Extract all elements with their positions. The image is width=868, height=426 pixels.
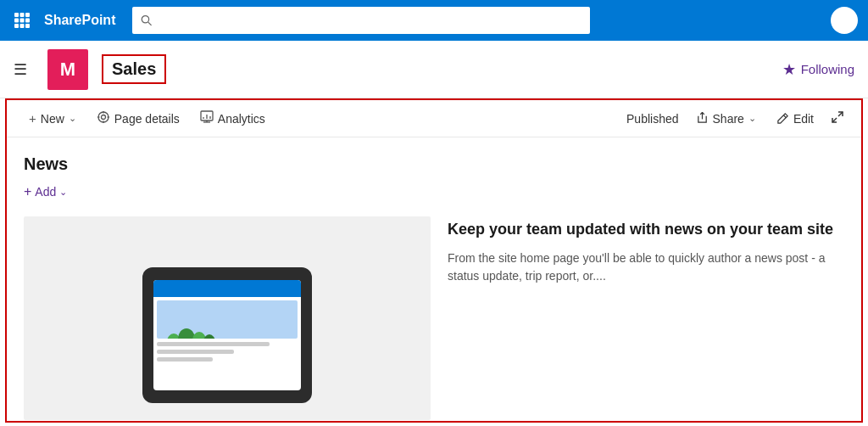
grass-illustration xyxy=(165,325,216,339)
svg-rect-3 xyxy=(14,19,19,23)
svg-line-10 xyxy=(148,22,152,25)
published-status: Published xyxy=(626,112,679,126)
toolbar-left: + New ⌄ Page details xyxy=(20,105,626,132)
page-details-label: Page details xyxy=(114,112,180,126)
svg-rect-4 xyxy=(20,19,25,23)
svg-rect-5 xyxy=(25,19,30,23)
screen-line-2 xyxy=(157,350,234,354)
add-button[interactable]: + Add ⌄ xyxy=(24,181,844,203)
search-bar[interactable] xyxy=(132,7,590,34)
expand-button[interactable] xyxy=(827,107,848,131)
news-card-title: Keep your team updated with news on your… xyxy=(448,220,844,239)
plus-icon: + xyxy=(29,111,36,126)
page-details-button[interactable]: Page details xyxy=(88,105,188,132)
top-navigation: SharePoint xyxy=(0,0,868,41)
tablet-illustration xyxy=(117,250,337,420)
search-icon xyxy=(141,14,152,26)
site-logo: M xyxy=(47,49,88,90)
analytics-button[interactable]: Analytics xyxy=(192,105,274,132)
screen-image-block xyxy=(157,300,298,339)
content-area: + New ⌄ Page details xyxy=(5,98,863,423)
svg-point-28 xyxy=(178,328,195,339)
news-card-description: From the site home page you'll be able t… xyxy=(448,249,844,285)
svg-rect-2 xyxy=(25,13,30,17)
star-icon: ★ xyxy=(782,60,796,79)
tablet-screen-header xyxy=(153,280,301,297)
following-button[interactable]: ★ Following xyxy=(782,60,854,79)
share-button[interactable]: Share ⌄ xyxy=(689,109,763,129)
search-input[interactable] xyxy=(159,14,582,27)
edit-label: Edit xyxy=(793,112,814,126)
page-details-icon xyxy=(97,110,110,126)
news-image-card xyxy=(24,216,431,420)
app-launcher-icon[interactable] xyxy=(10,8,34,32)
news-cards-row: Keep your team updated with news on your… xyxy=(24,216,844,420)
svg-rect-7 xyxy=(20,24,25,28)
screen-line-3 xyxy=(157,357,213,362)
app-name: SharePoint xyxy=(44,13,115,28)
tablet-body xyxy=(142,267,312,403)
analytics-label: Analytics xyxy=(218,112,265,126)
new-label: New xyxy=(41,112,64,126)
svg-rect-8 xyxy=(25,24,30,28)
new-chevron-icon: ⌄ xyxy=(69,113,76,124)
screen-line-1 xyxy=(157,342,270,346)
page-toolbar: + New ⌄ Page details xyxy=(7,100,861,137)
edit-button[interactable]: Edit xyxy=(770,109,821,129)
svg-rect-0 xyxy=(14,13,19,17)
add-chevron-icon: ⌄ xyxy=(59,187,67,198)
user-avatar[interactable] xyxy=(831,7,858,34)
add-plus-icon: + xyxy=(24,184,31,199)
share-chevron-icon: ⌄ xyxy=(748,113,756,124)
edit-icon xyxy=(776,112,789,125)
tablet-screen-body xyxy=(153,297,301,390)
expand-icon xyxy=(831,110,844,124)
toolbar-right: Published Share ⌄ Edit xyxy=(626,107,848,131)
svg-point-11 xyxy=(98,112,108,122)
svg-rect-6 xyxy=(14,24,19,28)
new-button[interactable]: + New ⌄ xyxy=(20,106,85,131)
svg-point-9 xyxy=(142,16,149,23)
analytics-icon xyxy=(200,110,214,126)
news-section-title: News xyxy=(24,154,844,174)
site-header: ☰ M Sales ★ Following xyxy=(0,41,868,98)
svg-point-12 xyxy=(101,115,105,120)
news-text-card: Keep your team updated with news on your… xyxy=(448,216,844,420)
main-content: News + Add ⌄ xyxy=(7,137,861,420)
tablet-screen xyxy=(153,280,301,390)
site-title: Sales xyxy=(102,54,166,84)
hamburger-menu[interactable]: ☰ xyxy=(14,60,27,79)
nav-right-area xyxy=(831,7,858,34)
svg-point-29 xyxy=(192,332,206,339)
add-label: Add xyxy=(35,185,56,199)
share-label: Share xyxy=(713,112,744,126)
share-icon xyxy=(696,112,709,125)
svg-line-24 xyxy=(783,115,786,118)
following-label: Following xyxy=(801,62,854,76)
svg-rect-1 xyxy=(20,13,25,17)
